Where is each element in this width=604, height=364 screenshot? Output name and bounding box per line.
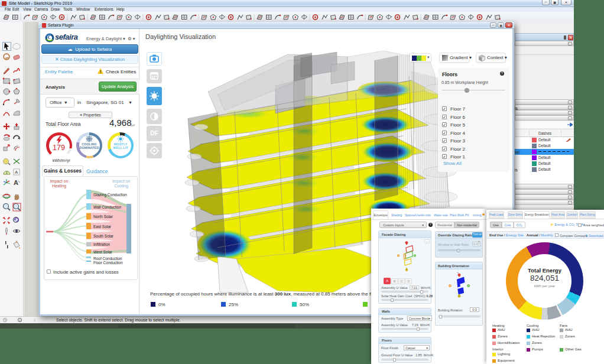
svg-text:Glazing Conduction: Glazing Conduction — [93, 193, 127, 197]
svg-text:East Solar: East Solar — [93, 225, 112, 229]
svg-text:South Solar: South Solar — [93, 234, 114, 238]
svg-text:Roof Conduction: Roof Conduction — [93, 256, 122, 261]
svg-text:Infiltration: Infiltration — [93, 242, 111, 246]
svg-text:Floor Conduction: Floor Conduction — [93, 261, 123, 265]
svg-text:Wall Conduction: Wall Conduction — [93, 205, 121, 209]
svg-text:A: A — [14, 179, 18, 186]
svg-text:A: A — [15, 170, 18, 175]
svg-text:West Solar: West Solar — [93, 250, 113, 254]
svg-text:North Solar: North Solar — [93, 214, 113, 219]
